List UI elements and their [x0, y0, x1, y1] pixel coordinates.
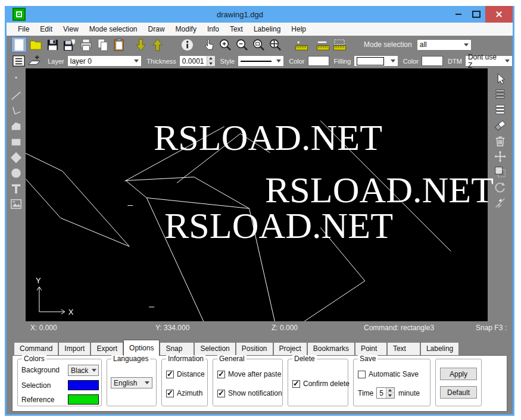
add-layer-icon[interactable]: [27, 54, 42, 69]
apply-button[interactable]: Apply: [440, 368, 477, 380]
menu-mode-selection[interactable]: Mode selection: [84, 23, 143, 36]
save-icon[interactable]: [45, 37, 60, 52]
move-icon[interactable]: [493, 149, 507, 164]
tab-bookmarks[interactable]: Bookmarks: [307, 342, 355, 355]
thickness-stepper[interactable]: 0.0001: [179, 55, 216, 67]
automatic-save-row[interactable]: Automatic Save: [358, 370, 419, 378]
style-dropdown[interactable]: [238, 55, 284, 67]
language-dropdown[interactable]: English: [111, 377, 152, 388]
export-up-icon[interactable]: [149, 37, 165, 52]
draw-polyline-icon[interactable]: [9, 104, 23, 118]
tab-text[interactable]: Text: [387, 342, 420, 355]
trash-icon[interactable]: [493, 134, 507, 148]
measure-line-icon[interactable]: [315, 37, 330, 52]
line-color-swatch[interactable]: [308, 56, 329, 66]
insert-image-icon[interactable]: [9, 197, 23, 211]
spin-down-icon[interactable]: [207, 61, 215, 66]
layer-dropdown[interactable]: layer 0: [67, 55, 142, 67]
automatic-save-checkbox[interactable]: [358, 371, 366, 378]
drawing-canvas[interactable]: XY: [26, 68, 488, 321]
new-file-icon[interactable]: [11, 37, 27, 52]
tab-snap[interactable]: Snap: [160, 342, 194, 355]
filling-dropdown[interactable]: [354, 55, 398, 67]
delete-group: Delete Confirm delete: [288, 359, 348, 406]
layers-stack-white-icon[interactable]: [493, 103, 507, 117]
tab-options[interactable]: Options: [123, 340, 160, 356]
move-after-paste-row[interactable]: Move after paste: [217, 370, 281, 378]
distance-checkbox-row[interactable]: Distance: [166, 370, 205, 378]
measure-point-icon[interactable]: [294, 37, 309, 52]
spin-up-icon[interactable]: [386, 388, 394, 393]
draw-rhombus-icon[interactable]: [9, 151, 23, 165]
import-down-icon[interactable]: [133, 37, 148, 52]
zoom-extents-icon[interactable]: [267, 37, 283, 52]
zoom-out-icon[interactable]: [234, 37, 249, 52]
tab-export[interactable]: Export: [91, 342, 123, 355]
menu-help[interactable]: Help: [286, 23, 311, 36]
show-notification-checkbox[interactable]: [217, 390, 225, 397]
zoom-in-icon[interactable]: [217, 37, 233, 52]
dtm-label: DTM: [448, 58, 462, 65]
open-file-icon[interactable]: [28, 37, 43, 52]
layer-manager-icon[interactable]: [11, 54, 26, 69]
menu-draw[interactable]: Draw: [143, 23, 170, 36]
tab-command[interactable]: Command: [14, 342, 58, 355]
maximize-button[interactable]: [467, 6, 485, 23]
move-after-paste-checkbox[interactable]: [217, 371, 225, 378]
close-button[interactable]: [485, 6, 513, 23]
info-icon[interactable]: [179, 37, 195, 52]
menu-view[interactable]: View: [58, 23, 84, 36]
azimuth-checkbox-row[interactable]: Azimuth: [166, 389, 202, 397]
confirm-delete-row[interactable]: Confirm delete: [292, 380, 350, 388]
reference-color-swatch[interactable]: [68, 394, 99, 405]
draw-polygon-icon[interactable]: [9, 120, 23, 134]
dtm-dropdown[interactable]: Dont use Z: [465, 55, 513, 67]
menu-file[interactable]: File: [13, 23, 35, 36]
menu-labeling[interactable]: Labeling: [248, 23, 286, 36]
mode-selection-dropdown[interactable]: all: [417, 39, 472, 51]
draw-circle-icon[interactable]: [9, 166, 23, 180]
layers-stack-icon[interactable]: [493, 87, 507, 102]
pan-hand-icon[interactable]: [201, 37, 216, 52]
distance-checkbox[interactable]: [166, 371, 174, 378]
default-button[interactable]: Default: [440, 386, 477, 399]
minimize-button[interactable]: [450, 6, 467, 23]
colors-group: Colors Background Black Selection Refere…: [17, 359, 102, 406]
tab-project[interactable]: Project: [273, 342, 307, 355]
zoom-window-icon[interactable]: [251, 37, 266, 52]
measure-area-icon[interactable]: [332, 37, 347, 52]
show-notification-row[interactable]: Show notification: [217, 389, 282, 397]
menu-modify[interactable]: Modify: [170, 23, 202, 36]
copy-icon[interactable]: [95, 37, 110, 52]
spin-up-icon[interactable]: [207, 56, 215, 61]
menu-text[interactable]: Text: [224, 23, 248, 36]
time-stepper[interactable]: 5: [376, 387, 395, 399]
draw-rectangle-icon[interactable]: [9, 135, 23, 149]
confirm-delete-checkbox[interactable]: [292, 380, 300, 388]
menu-info[interactable]: Info: [202, 23, 224, 36]
trim-mirror-icon[interactable]: [493, 196, 507, 210]
fill-color-swatch[interactable]: [422, 56, 443, 66]
title-bar[interactable]: drawing1.dgd: [7, 6, 513, 23]
select-cursor-icon[interactable]: [493, 72, 507, 86]
tab-point[interactable]: Point: [355, 342, 387, 355]
tab-selection[interactable]: Selection: [194, 342, 235, 355]
tab-import[interactable]: Import: [58, 342, 91, 355]
spin-down-icon[interactable]: [386, 393, 394, 398]
save-as-icon[interactable]: [61, 37, 77, 52]
rotate-icon[interactable]: [493, 180, 507, 195]
azimuth-checkbox[interactable]: [166, 390, 174, 397]
paste-icon[interactable]: [111, 37, 127, 52]
eraser-icon[interactable]: [493, 118, 507, 133]
properties-toolbar: Layer layer 0 Thickness 0.0001 Style Col…: [7, 54, 513, 68]
draw-text-icon[interactable]: [9, 181, 23, 196]
tab-position[interactable]: Position: [236, 342, 273, 355]
copy-object-icon[interactable]: [493, 165, 507, 179]
background-color-dropdown[interactable]: Black: [68, 365, 99, 376]
tab-labeling[interactable]: Labeling: [420, 342, 459, 355]
print-icon[interactable]: [78, 37, 93, 52]
draw-point-icon[interactable]: [9, 73, 23, 87]
draw-line-icon[interactable]: [9, 89, 23, 103]
selection-color-swatch[interactable]: [68, 380, 99, 390]
menu-edit[interactable]: Edit: [35, 23, 58, 36]
